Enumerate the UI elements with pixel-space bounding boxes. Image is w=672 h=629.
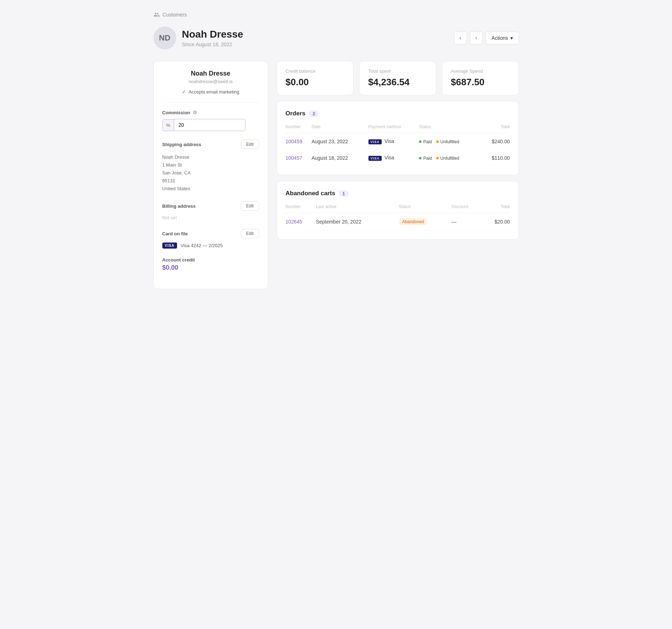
cart-total: $20.00 bbox=[482, 213, 510, 231]
carts-tbody: 102645 September 20, 2022 Abandoned — $2… bbox=[286, 213, 510, 231]
fulfillment-status: Unfulfilled bbox=[436, 139, 459, 144]
visa-icon: VISA bbox=[162, 243, 177, 249]
gear-icon[interactable]: ⚙ bbox=[192, 110, 197, 115]
cart-col-discount: Discount bbox=[452, 204, 482, 213]
shipping-edit-button[interactable]: Edit bbox=[241, 140, 259, 149]
shipping-address-text: Noah Dresse 1 Main St San Jose, CA 95131… bbox=[162, 153, 259, 193]
commission-prefix: % bbox=[162, 119, 174, 131]
order-number[interactable]: 100459 bbox=[286, 139, 302, 144]
account-credit-value: $0.00 bbox=[162, 264, 259, 272]
table-row[interactable]: 102645 September 20, 2022 Abandoned — $2… bbox=[286, 213, 510, 231]
cart-last-active: September 20, 2022 bbox=[316, 213, 399, 231]
header-left: ND Noah Dresse Since August 18, 2022 bbox=[153, 27, 243, 49]
paid-dot bbox=[419, 140, 421, 143]
commission-section: Commission ⚙ % bbox=[162, 110, 259, 131]
unfulfilled-dot bbox=[436, 157, 439, 159]
table-row[interactable]: 100457 August 18, 2022 VISA Visa Paid Un… bbox=[286, 150, 510, 166]
order-date: August 18, 2022 bbox=[311, 150, 368, 166]
paid-status: Paid bbox=[419, 139, 432, 144]
commission-input[interactable] bbox=[174, 119, 246, 131]
card-details-row: VISA Visa 4242 — 2/2025 bbox=[162, 243, 259, 249]
orders-section: Orders 2 Number Date Payment method Stat… bbox=[277, 101, 519, 175]
next-button[interactable]: › bbox=[470, 32, 483, 44]
main-grid: Noah Dresse noahdresse@swell.is ✓ Accept… bbox=[153, 61, 519, 289]
credit-balance-label: Credit balance bbox=[286, 68, 345, 74]
total-spent-label: Total spent bbox=[368, 68, 427, 74]
col-payment: Payment method bbox=[368, 124, 419, 133]
credit-balance-card: Credit balance $0.00 bbox=[277, 61, 354, 95]
orders-count: 2 bbox=[309, 110, 319, 117]
col-total: Total bbox=[482, 124, 510, 133]
paid-status: Paid bbox=[419, 156, 432, 161]
breadcrumb: Customers bbox=[153, 11, 519, 18]
average-spend-value: $687.50 bbox=[451, 77, 510, 88]
commission-label: Commission bbox=[162, 110, 190, 115]
fulfillment-status: Unfulfilled bbox=[436, 156, 459, 161]
orders-table: Number Date Payment method Status Total … bbox=[286, 124, 510, 166]
carts-title: Abandoned carts bbox=[286, 190, 335, 197]
table-row[interactable]: 100459 August 23, 2022 VISA Visa Paid Un… bbox=[286, 133, 510, 150]
total-spent-card: Total spent $4,236.54 bbox=[359, 61, 436, 95]
visa-icon: VISA bbox=[368, 156, 382, 161]
order-payment: VISA Visa bbox=[368, 150, 419, 166]
visa-icon: VISA bbox=[368, 139, 382, 144]
cart-number[interactable]: 102645 bbox=[286, 219, 302, 225]
cart-col-number: Number bbox=[286, 204, 316, 213]
breadcrumb-label[interactable]: Customers bbox=[163, 12, 187, 18]
billing-header-row: Billing address Edit bbox=[162, 201, 259, 211]
card-title: Card on file bbox=[162, 231, 188, 236]
billing-address-section: Billing address Edit Not set bbox=[162, 201, 259, 220]
credit-balance-value: $0.00 bbox=[286, 77, 345, 88]
actions-button[interactable]: Actions ▾ bbox=[486, 32, 519, 44]
account-credit-title: Account credit bbox=[162, 257, 259, 263]
orders-tbody: 100459 August 23, 2022 VISA Visa Paid Un… bbox=[286, 133, 510, 166]
total-spent-value: $4,236.54 bbox=[368, 77, 427, 88]
right-panel: Credit balance $0.00 Total spent $4,236.… bbox=[277, 61, 519, 240]
stats-row: Credit balance $0.00 Total spent $4,236.… bbox=[277, 61, 519, 95]
col-number: Number bbox=[286, 124, 312, 133]
header-actions: ‹ › Actions ▾ bbox=[454, 32, 519, 44]
billing-edit-button[interactable]: Edit bbox=[241, 201, 259, 211]
carts-thead: Number Last active Status Discount Total bbox=[286, 204, 510, 213]
account-credit-section: Account credit $0.00 bbox=[162, 257, 259, 272]
customer-since: Since August 18, 2022 bbox=[182, 42, 243, 47]
abandoned-carts-section: Abandoned carts 1 Number Last active Sta… bbox=[277, 181, 519, 240]
average-spend-label: Average Spend bbox=[451, 68, 510, 74]
page-header: ND Noah Dresse Since August 18, 2022 ‹ ›… bbox=[153, 27, 519, 49]
order-status: Paid Unfulfilled bbox=[419, 150, 482, 166]
unfulfilled-dot bbox=[436, 140, 439, 143]
left-panel: Noah Dresse noahdresse@swell.is ✓ Accept… bbox=[153, 61, 268, 289]
header-info: Noah Dresse Since August 18, 2022 bbox=[182, 29, 243, 47]
commission-input-row: % bbox=[162, 119, 259, 131]
billing-title: Billing address bbox=[162, 203, 196, 209]
customers-icon bbox=[153, 11, 160, 18]
cart-col-status: Status bbox=[399, 204, 452, 213]
shipping-title: Shipping address bbox=[162, 142, 201, 147]
check-icon: ✓ bbox=[182, 88, 186, 95]
order-date: August 23, 2022 bbox=[311, 133, 368, 150]
orders-title: Orders bbox=[286, 110, 306, 117]
prev-button[interactable]: ‹ bbox=[454, 32, 467, 44]
card-header-row: Card on file Edit bbox=[162, 229, 259, 238]
email-marketing-row: ✓ Accepts email marketing bbox=[162, 88, 259, 95]
cart-status: Abandoned bbox=[399, 213, 452, 231]
billing-not-set: Not set bbox=[162, 215, 259, 220]
order-number[interactable]: 100457 bbox=[286, 155, 302, 161]
average-spend-card: Average Spend $687.50 bbox=[442, 61, 519, 95]
cart-col-total: Total bbox=[482, 204, 510, 213]
card-label: Visa 4242 — 2/2025 bbox=[181, 243, 223, 248]
profile-section: Noah Dresse noahdresse@swell.is ✓ Accept… bbox=[162, 70, 259, 102]
col-status: Status bbox=[419, 124, 482, 133]
cart-col-last-active: Last active bbox=[316, 204, 399, 213]
order-payment: VISA Visa bbox=[368, 133, 419, 150]
profile-name: Noah Dresse bbox=[162, 70, 259, 77]
order-status: Paid Unfulfilled bbox=[419, 133, 482, 150]
avatar: ND bbox=[153, 27, 176, 49]
carts-header: Abandoned carts 1 bbox=[286, 190, 510, 197]
order-total: $110.00 bbox=[482, 150, 510, 166]
cart-discount: — bbox=[452, 213, 482, 231]
customer-name: Noah Dresse bbox=[182, 29, 243, 40]
orders-header: Orders 2 bbox=[286, 110, 510, 117]
col-date: Date bbox=[311, 124, 368, 133]
card-edit-button[interactable]: Edit bbox=[241, 229, 259, 238]
